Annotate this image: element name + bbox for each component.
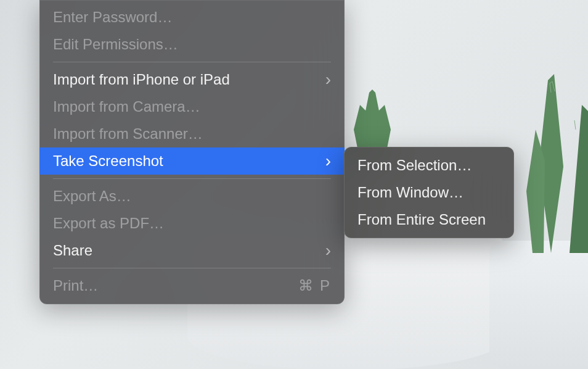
from-window-menu-item[interactable]: From Window…	[344, 179, 514, 206]
menu-item-label: Export as PDF…	[53, 215, 331, 232]
menu-separator	[53, 178, 331, 179]
menu-item-label: Share	[53, 242, 319, 259]
keyboard-shortcut: ⌘ P	[298, 277, 331, 294]
menu-item-label: Import from iPhone or iPad	[53, 71, 319, 88]
background-pot-right	[489, 241, 588, 369]
import-camera-menu-item[interactable]: Import from Camera…	[39, 93, 345, 120]
chevron-right-icon: ›	[325, 152, 331, 170]
print-menu-item[interactable]: Print… ⌘ P	[39, 272, 345, 299]
menu-item-label: Import from Scanner…	[53, 125, 331, 143]
background-succulent-right	[514, 56, 588, 253]
menu-item-label: Enter Password…	[53, 9, 331, 26]
from-selection-menu-item[interactable]: From Selection…	[344, 152, 514, 179]
export-as-menu-item[interactable]: Export As…	[39, 183, 345, 210]
chevron-right-icon: ›	[325, 242, 331, 259]
enter-password-menu-item[interactable]: Enter Password…	[39, 4, 345, 31]
menu-item-label: Print…	[53, 277, 298, 294]
menu-separator	[53, 62, 331, 62]
file-context-menu: Enter Password… Edit Permissions… Import…	[39, 0, 345, 304]
take-screenshot-submenu: From Selection… From Window… From Entire…	[344, 147, 514, 238]
menu-item-label: Edit Permissions…	[53, 36, 331, 53]
menu-item-label: Export As…	[53, 188, 331, 205]
menu-item-label: From Selection…	[357, 157, 500, 174]
import-scanner-menu-item[interactable]: Import from Scanner…	[39, 120, 345, 147]
export-pdf-menu-item[interactable]: Export as PDF…	[39, 210, 345, 237]
menu-item-label: Take Screenshot	[53, 152, 319, 170]
menu-item-label: Import from Camera…	[53, 98, 331, 115]
chevron-right-icon: ›	[325, 71, 331, 88]
share-menu-item[interactable]: Share ›	[39, 237, 345, 264]
menu-separator	[53, 268, 331, 268]
menu-item-label: From Entire Screen	[357, 211, 500, 228]
from-entire-screen-menu-item[interactable]: From Entire Screen	[344, 206, 514, 233]
take-screenshot-menu-item[interactable]: Take Screenshot ›	[39, 147, 345, 175]
import-iphone-ipad-menu-item[interactable]: Import from iPhone or iPad ›	[39, 66, 345, 93]
menu-item-label: From Window…	[357, 184, 500, 201]
edit-permissions-menu-item[interactable]: Edit Permissions…	[39, 31, 345, 58]
